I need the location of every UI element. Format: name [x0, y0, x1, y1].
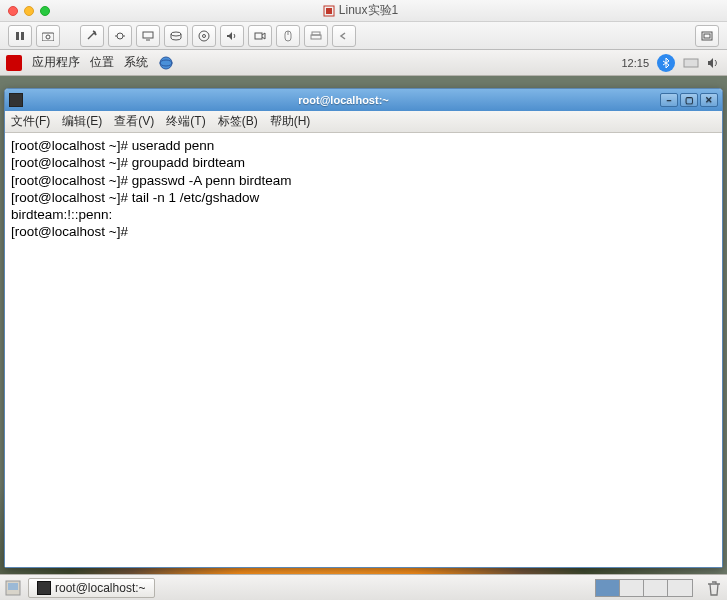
printer-button[interactable]	[304, 25, 328, 47]
menu-help[interactable]: 帮助(H)	[270, 113, 311, 130]
gnome-bottom-panel: root@localhost:~	[0, 574, 727, 600]
camera-button[interactable]	[248, 25, 272, 47]
svg-rect-15	[311, 35, 321, 39]
terminal-line: [root@localhost ~]#	[11, 224, 132, 239]
minimize-button[interactable]	[24, 6, 34, 16]
terminal-minimize-button[interactable]: –	[660, 93, 678, 107]
taskbar-terminal-button[interactable]: root@localhost:~	[28, 578, 155, 598]
workspace-2[interactable]	[620, 580, 644, 596]
harddisk-button[interactable]	[164, 25, 188, 47]
svg-point-5	[46, 35, 50, 39]
terminal-line: [root@localhost ~]# gpasswd -A penn bird…	[11, 173, 292, 188]
menu-edit[interactable]: 编辑(E)	[62, 113, 102, 130]
menu-applications[interactable]: 应用程序	[32, 54, 80, 71]
mouse-button[interactable]	[276, 25, 300, 47]
back-button[interactable]	[332, 25, 356, 47]
settings-button[interactable]	[80, 25, 104, 47]
terminal-body[interactable]: [root@localhost ~]# useradd penn [root@l…	[5, 133, 722, 567]
svg-rect-6	[143, 32, 153, 38]
workspace-switcher[interactable]	[595, 579, 693, 597]
menu-places[interactable]: 位置	[90, 54, 114, 71]
network-status-icon[interactable]	[683, 57, 699, 69]
workspace-1[interactable]	[596, 580, 620, 596]
clock[interactable]: 12:15	[621, 57, 649, 69]
terminal-menubar: 文件(F) 编辑(E) 查看(V) 终端(T) 标签(B) 帮助(H)	[5, 111, 722, 133]
zoom-button[interactable]	[40, 6, 50, 16]
task-label: root@localhost:~	[55, 581, 146, 595]
svg-rect-22	[8, 583, 18, 590]
fullscreen-button[interactable]	[695, 25, 719, 47]
terminal-close-button[interactable]: ✕	[700, 93, 718, 107]
vm-icon	[323, 5, 335, 17]
host-title: Linux实验1	[50, 2, 671, 19]
host-titlebar: Linux实验1	[0, 0, 727, 22]
bluetooth-icon[interactable]	[657, 54, 675, 72]
svg-point-8	[171, 32, 181, 36]
terminal-icon	[9, 93, 23, 107]
terminal-line: [root@localhost ~]# tail -n 1 /etc/gshad…	[11, 190, 259, 205]
sound-button[interactable]	[220, 25, 244, 47]
menu-terminal[interactable]: 终端(T)	[166, 113, 205, 130]
svg-rect-3	[21, 32, 24, 40]
volume-icon[interactable]	[707, 57, 721, 69]
workspace-3[interactable]	[644, 580, 668, 596]
terminal-line: [root@localhost ~]# groupadd birdteam	[11, 155, 245, 170]
redhat-icon	[6, 55, 22, 71]
svg-rect-11	[255, 33, 262, 39]
vm-guest-display: 应用程序 位置 系统 12:15 root@localhost:~ – ▢ ✕	[0, 50, 727, 600]
browser-launcher-icon[interactable]	[158, 55, 174, 71]
menu-file[interactable]: 文件(F)	[11, 113, 50, 130]
svg-point-10	[203, 34, 206, 37]
svg-rect-20	[684, 59, 698, 67]
svg-rect-1	[326, 8, 332, 14]
terminal-maximize-button[interactable]: ▢	[680, 93, 698, 107]
workspace-4[interactable]	[668, 580, 692, 596]
pause-button[interactable]	[8, 25, 32, 47]
menu-tabs[interactable]: 标签(B)	[218, 113, 258, 130]
terminal-line: [root@localhost ~]# useradd penn	[11, 138, 214, 153]
svg-rect-2	[16, 32, 19, 40]
display-button[interactable]	[136, 25, 160, 47]
snapshot-button[interactable]	[36, 25, 60, 47]
terminal-window: root@localhost:~ – ▢ ✕ 文件(F) 编辑(E) 查看(V)…	[4, 88, 723, 568]
menu-system[interactable]: 系统	[124, 54, 148, 71]
svg-rect-17	[704, 34, 710, 38]
menu-view[interactable]: 查看(V)	[114, 113, 154, 130]
desktop: root@localhost:~ – ▢ ✕ 文件(F) 编辑(E) 查看(V)…	[0, 76, 727, 574]
terminal-icon	[37, 581, 51, 595]
svg-point-18	[160, 57, 172, 69]
network-button[interactable]	[108, 25, 132, 47]
show-desktop-button[interactable]	[4, 579, 22, 597]
gnome-top-panel: 应用程序 位置 系统 12:15	[0, 50, 727, 76]
trash-icon[interactable]	[705, 579, 723, 597]
terminal-title: root@localhost:~	[27, 94, 660, 106]
cdrom-button[interactable]	[192, 25, 216, 47]
host-toolbar	[0, 22, 727, 50]
svg-point-9	[199, 31, 209, 41]
close-button[interactable]	[8, 6, 18, 16]
terminal-line: birdteam:!::penn:	[11, 207, 112, 222]
window-controls	[8, 6, 50, 16]
terminal-titlebar[interactable]: root@localhost:~ – ▢ ✕	[5, 89, 722, 111]
svg-rect-4	[42, 33, 54, 41]
